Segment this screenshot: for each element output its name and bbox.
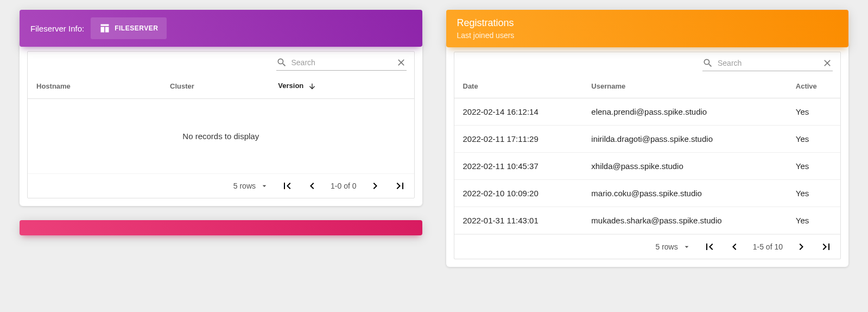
next-page-button[interactable]	[369, 179, 382, 192]
fileserver-title: Fileserver Info:	[30, 24, 84, 33]
col-username[interactable]: Username	[582, 74, 787, 98]
col-version[interactable]: Version	[269, 74, 414, 98]
last-page-button[interactable]	[820, 240, 833, 253]
rows-per-page-select[interactable]: 5 rows	[233, 182, 269, 190]
registrations-card: Registrations Last joined users	[446, 10, 849, 267]
first-page-button[interactable]	[281, 179, 294, 192]
sort-desc-icon	[308, 82, 316, 91]
cell-active: Yes	[787, 207, 840, 234]
table-row[interactable]: 2022-02-11 10:45:37xhilda@pass.spike.stu…	[454, 153, 841, 180]
table-row[interactable]: 2022-02-11 17:11:29inirilda.dragoti@pass…	[454, 126, 841, 153]
dropdown-icon	[682, 242, 691, 251]
cell-active: Yes	[787, 126, 840, 153]
cell-date: 2022-02-11 10:45:37	[454, 153, 583, 180]
registrations-pager: 5 rows 1-5 of 10	[454, 234, 841, 259]
fileserver-button-label: FILESERVER	[115, 24, 158, 32]
table-row[interactable]: 2022-02-14 16:12:14elena.prendi@pass.spi…	[454, 98, 841, 126]
search-icon	[276, 57, 287, 68]
cell-date: 2022-01-31 11:43:01	[454, 207, 583, 234]
cell-date: 2022-02-14 16:12:14	[454, 98, 583, 126]
last-page-button[interactable]	[394, 179, 407, 192]
fileserver-card: Fileserver Info: FILESERVER	[20, 10, 422, 235]
col-cluster[interactable]: Cluster	[161, 74, 269, 98]
next-page-button[interactable]	[795, 240, 808, 253]
cell-username: xhilda@pass.spike.studio	[582, 153, 787, 180]
registrations-search[interactable]	[702, 58, 833, 71]
fileserver-panel: Hostname Cluster Version No records to d…	[20, 40, 422, 206]
prev-page-button[interactable]	[728, 240, 741, 253]
first-page-button[interactable]	[703, 240, 716, 253]
page-range: 1-5 of 10	[753, 242, 783, 251]
registrations-search-input[interactable]	[718, 59, 818, 67]
cell-username: inirilda.dragoti@pass.spike.studio	[582, 126, 787, 153]
fileserver-card-header: Fileserver Info: FILESERVER	[20, 10, 422, 47]
col-date[interactable]: Date	[454, 74, 583, 98]
clear-search-icon[interactable]	[396, 57, 407, 68]
fileserver-button[interactable]: FILESERVER	[91, 17, 167, 39]
table-row[interactable]: 2022-01-31 11:43:01mukades.sharka@pass.s…	[454, 207, 841, 234]
registrations-subtitle: Last joined users	[457, 31, 838, 40]
fileserver-search-input[interactable]	[292, 58, 391, 67]
cell-active: Yes	[787, 180, 840, 207]
col-version-label: Version	[278, 82, 303, 90]
cell-active: Yes	[787, 98, 840, 126]
table-row[interactable]: 2022-02-10 10:09:20mario.coku@pass.spike…	[454, 180, 841, 207]
fileserver-search[interactable]	[276, 57, 407, 71]
prev-page-button[interactable]	[306, 179, 319, 192]
cell-date: 2022-02-11 17:11:29	[454, 126, 583, 153]
rows-per-page-label: 5 rows	[233, 182, 256, 190]
table-icon	[99, 23, 110, 34]
col-active[interactable]: Active	[787, 74, 840, 98]
dropdown-icon	[260, 182, 269, 190]
clear-search-icon[interactable]	[822, 58, 833, 68]
registrations-panel: Date Username Active 2022-02-14 16:12:14…	[446, 41, 849, 267]
fileserver-pager: 5 rows 1-0 of 0	[28, 173, 414, 198]
registrations-table: Date Username Active 2022-02-14 16:12:14…	[454, 74, 841, 234]
rows-per-page-label: 5 rows	[656, 242, 678, 251]
fileserver-empty-message: No records to display	[28, 99, 414, 173]
cell-username: mukades.sharka@pass.spike.studio	[582, 207, 787, 234]
cell-active: Yes	[787, 153, 840, 180]
rows-per-page-select[interactable]: 5 rows	[656, 242, 691, 251]
page-range: 1-0 of 0	[331, 182, 356, 190]
registrations-title: Registrations	[457, 17, 838, 29]
cell-date: 2022-02-10 10:09:20	[454, 180, 583, 207]
cell-username: mario.coku@pass.spike.studio	[582, 180, 787, 207]
cell-username: elena.prendi@pass.spike.studio	[582, 98, 787, 126]
pink-card-header-stub	[20, 220, 422, 235]
search-icon	[702, 58, 713, 68]
fileserver-table: Hostname Cluster Version	[28, 74, 414, 99]
col-hostname[interactable]: Hostname	[28, 74, 161, 98]
registrations-card-header: Registrations Last joined users	[446, 10, 849, 47]
